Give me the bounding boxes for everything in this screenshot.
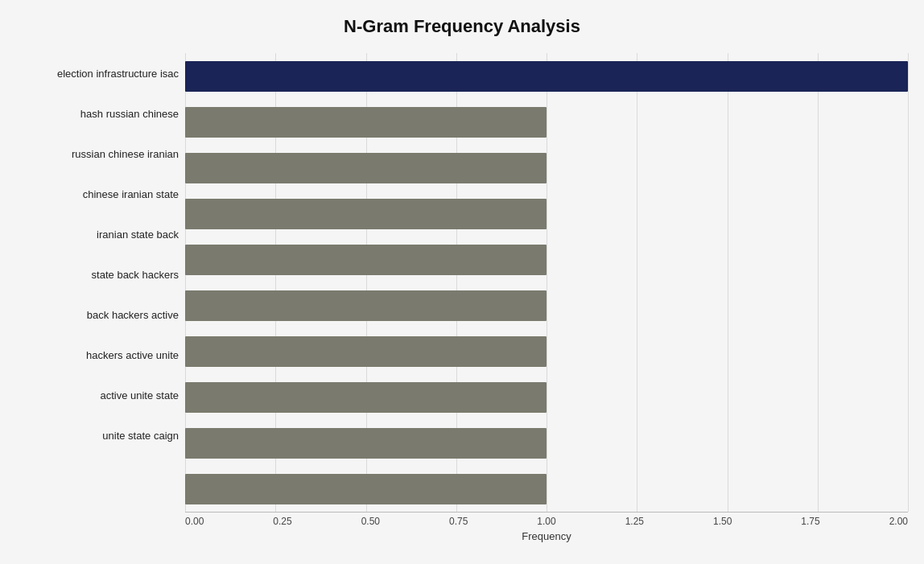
y-label: active unite state [16, 376, 179, 416]
y-label: election infrastructure isac [16, 53, 179, 93]
x-tick: 0.25 [273, 516, 291, 527]
y-label: hash russian chinese [16, 93, 179, 134]
y-label: chinese iranian state [16, 174, 179, 214]
bar-row [185, 466, 908, 512]
x-tick: 1.25 [625, 516, 644, 527]
y-label: unite state caign [16, 416, 179, 456]
bar-row [185, 237, 908, 282]
bar [185, 336, 547, 367]
x-ticks: 0.000.250.500.751.001.251.501.752.00 [185, 513, 908, 527]
chart-title: N-Gram Frequency Analysis [16, 16, 908, 37]
bar-row [185, 191, 908, 237]
y-label: hackers active unite [16, 336, 179, 376]
bar [185, 474, 547, 504]
bar [185, 199, 547, 229]
bar-row [185, 374, 908, 420]
y-label: iranian state back [16, 214, 179, 254]
plot-area: 0.000.250.500.751.001.251.501.752.00 Fre… [185, 53, 908, 496]
bar-row [185, 145, 908, 191]
x-tick: 2.00 [889, 516, 908, 527]
x-tick: 0.00 [185, 516, 204, 527]
x-tick: 1.75 [801, 516, 819, 527]
chart-container: N-Gram Frequency Analysis election infra… [0, 0, 924, 564]
bar [185, 245, 547, 275]
bar-row [185, 53, 908, 99]
bar [185, 61, 908, 92]
y-axis: election infrastructure isachash russian… [16, 53, 185, 496]
chart-area: election infrastructure isachash russian… [16, 53, 908, 496]
bar [185, 290, 547, 321]
y-label: back hackers active [16, 295, 179, 336]
bar [185, 153, 547, 183]
y-label: russian chinese iranian [16, 134, 179, 174]
bar-row [185, 99, 908, 145]
bars-section [185, 53, 908, 512]
bar [185, 428, 547, 459]
bar [185, 382, 547, 413]
x-tick: 1.00 [537, 516, 555, 527]
x-tick: 0.75 [449, 516, 468, 527]
x-tick: 1.50 [713, 516, 732, 527]
y-label: state back hackers [16, 254, 179, 294]
bar-row [185, 282, 908, 328]
x-tick: 0.50 [361, 516, 380, 527]
bar [185, 107, 547, 138]
x-axis: 0.000.250.500.751.001.251.501.752.00 Fre… [185, 512, 908, 542]
bar-row [185, 328, 908, 374]
bar-row [185, 420, 908, 466]
grid-line [908, 53, 909, 512]
x-axis-label: Frequency [185, 530, 908, 542]
